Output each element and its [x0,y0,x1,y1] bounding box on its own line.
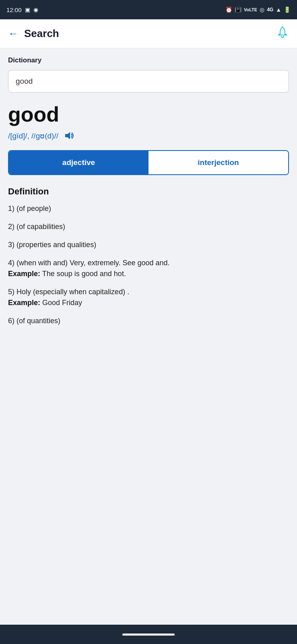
definition-number: 3) [8,241,16,249]
notification-bell-icon[interactable] [276,26,289,41]
definition-number: 6) [8,317,16,325]
example-text: Good Friday [42,299,82,307]
page-title: Search [24,27,59,40]
status-right: ⏰ 📳 VoLTE ◎ 4G ▲ 🔋 [225,6,291,13]
list-item: 5) Holy (especially when capitalized) . … [8,287,289,308]
search-input[interactable] [8,70,289,93]
list-item: 6) (of quantities) [8,316,289,326]
main-content: Dictionary good /[gïd]/, //gʊ(d)// adjec… [0,48,297,625]
definition-text: (properties and qualities) [16,241,96,249]
status-bar: 12:00 ▣ ◉ ⏰ 📳 VoLTE ◎ 4G ▲ 🔋 [0,0,297,19]
definition-text: (of quantities) [16,317,60,325]
definition-text: Holy (especially when capitalized) . [16,288,129,296]
definition-number: 1) [8,204,16,213]
definition-number: 4) [8,259,16,267]
alarm-icon: ⏰ [225,6,232,13]
pronunciation-text: /[gïd]/, //gʊ(d)// [8,131,58,140]
list-item: 4) (when with and) Very, extremely. See … [8,258,289,279]
back-button[interactable]: ← [8,27,19,40]
svg-point-0 [282,27,283,28]
definition-text: (of people) [16,204,51,213]
4g-icon: 4G [267,7,273,12]
volte-icon: VoLTE [244,7,257,12]
svg-marker-1 [65,132,70,139]
pronunciation: /[gïd]/, //gʊ(d)// [8,130,289,141]
app-header: ← Search [0,19,297,48]
list-item: 2) (of capabilities) [8,221,289,232]
example-text: The soup is good and hot. [42,270,126,278]
definition-text: (when with and) Very, extremely. See goo… [16,259,170,267]
battery-icon: 🔋 [284,6,291,13]
definition-text: (of capabilities) [16,223,65,231]
definition-number: 5) [8,288,16,296]
tab-adjective[interactable]: adjective [9,151,148,174]
definition-header: Definition [8,186,289,197]
header-left: ← Search [8,27,59,40]
screen-status-icon: ▣ [25,6,30,13]
shield-status-icon: ◉ [33,6,38,13]
definition-number: 2) [8,223,16,231]
part-of-speech-tabs: adjective interjection [8,150,289,175]
tab-interjection[interactable]: interjection [148,151,288,174]
dictionary-section-label: Dictionary [8,56,289,64]
word-title: good [8,103,289,126]
signal-icon: ▲ [276,6,281,13]
definition-section: Definition 1) (of people) 2) (of capabil… [8,186,289,326]
vibrate-icon: 📳 [235,6,241,13]
wifi-icon: ◎ [260,6,264,13]
speaker-icon[interactable] [63,130,74,141]
example-label: Example: [8,270,40,278]
bottom-bar [0,625,297,644]
status-time: 12:00 [6,6,22,13]
example-label: Example: [8,299,40,307]
status-left: 12:00 ▣ ◉ [6,6,38,13]
list-item: 3) (properties and qualities) [8,239,289,250]
list-item: 1) (of people) [8,203,289,214]
home-indicator [122,634,175,636]
